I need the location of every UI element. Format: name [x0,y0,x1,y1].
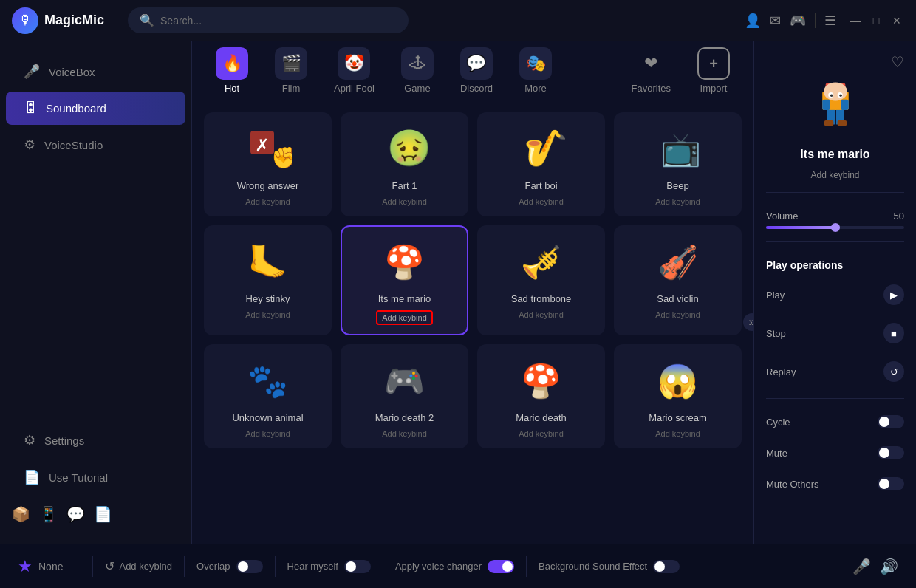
hear-myself-toggle[interactable] [344,560,371,573]
svg-rect-20 [837,120,846,126]
favorite-button[interactable]: ♡ [891,53,904,71]
sidebar-icon-3[interactable]: 💬 [66,505,85,523]
tab-film[interactable]: 🎬 Film [263,41,319,100]
sound-card-its-me-mario[interactable]: 🍄 Its me mario Add keybind [341,225,468,335]
search-box[interactable]: 🔍 [128,7,409,33]
sidebar-item-voicebox[interactable]: 🎤 VoiceBox [6,55,185,89]
fart1-emoji: 🤢 [381,123,428,174]
add-keybind-label: Add keybind [119,561,172,572]
close-button[interactable]: ✕ [889,13,904,28]
titlebar: 🎙 MagicMic 🔍 👤 ✉ 🎮 ☰ — □ ✕ [0,0,916,41]
discord-icon[interactable]: 🎮 [790,13,806,29]
film-icon: 🎬 [275,47,307,80]
hey-stinky-name: Hey stinky [246,293,290,304]
current-sound-none: None [38,561,63,572]
sad-trombone-keybind[interactable]: Add keybind [519,310,564,319]
unknown-animal-keybind[interactable]: Add keybind [245,429,290,438]
tab-more[interactable]: 🎭 More [507,41,564,100]
sound-card-fart-boi[interactable]: 🎷 Fart boi Add keybind [477,112,605,216]
bottom-right-icons: 🎤 🔊 [852,558,898,575]
divider-2 [766,241,904,242]
hey-stinky-keybind[interactable]: Add keybind [245,310,290,319]
tab-import[interactable]: + Import [686,41,742,100]
sound-card-hey-stinky[interactable]: 🦶 Hey stinky Add keybind [204,225,332,335]
sound-card-mario-death2[interactable]: 🎮 Mario death 2 Add keybind [341,344,468,448]
minimize-button[interactable]: — [848,13,863,28]
svg-text:🤢: 🤢 [387,127,428,169]
tab-import-label: Import [700,83,728,94]
sidebar-icon-2[interactable]: 📱 [39,505,58,523]
tab-april-fool[interactable]: 🤡 April Fool [322,41,386,100]
mario-scream-keybind[interactable]: Add keybind [655,429,700,438]
mute-label: Mute [766,448,787,459]
maximize-button[interactable]: □ [869,13,883,28]
microphone-bottom-icon[interactable]: 🎤 [852,558,871,575]
tab-discord[interactable]: 💬 Discord [448,41,505,100]
search-input[interactable] [160,15,397,27]
stop-button[interactable]: ■ [883,323,904,343]
fart1-keybind[interactable]: Add keybind [382,197,427,206]
sound-card-mario-death[interactable]: 🍄 Mario death Add keybind [477,344,605,448]
hear-myself-group: Hear myself [287,560,371,573]
play-operation-stop: Stop ■ [766,318,904,348]
mute-others-toggle[interactable] [878,477,904,490]
sound-card-sad-violin[interactable]: 🎻 Sad violin Add keybind [614,225,742,335]
mario-death-emoji: 🍄 [518,355,565,406]
mario-death-name: Mario death [516,412,567,423]
wrong-answer-name: Wrong answer [237,180,299,191]
profile-icon[interactable]: 👤 [745,13,761,29]
sidebar-item-voicestudio[interactable]: ⚙ VoiceStudio [6,128,185,162]
divider [815,13,816,28]
expand-panel-button[interactable]: » [743,313,753,331]
replay-button[interactable]: ↺ [883,361,904,382]
mute-toggle[interactable] [878,446,904,459]
cycle-toggle[interactable] [878,415,904,428]
sad-violin-keybind[interactable]: Add keybind [655,310,700,319]
sound-card-fart1[interactable]: 🤢 Fart 1 Add keybind [341,112,468,216]
tab-game[interactable]: 🕹 Game [389,41,445,100]
tab-favorites[interactable]: ❤ Favorites [620,41,683,100]
mario-death2-keybind[interactable]: Add keybind [382,429,427,438]
hear-myself-label: Hear myself [287,561,338,572]
speaker-icon[interactable]: 🔊 [880,558,898,575]
wrong-answer-keybind[interactable]: Add keybind [245,197,290,206]
apply-voice-changer-toggle[interactable] [488,560,514,573]
svg-text:🎺: 🎺 [521,243,561,281]
background-sound-effect-toggle[interactable] [653,560,680,573]
fart-boi-keybind[interactable]: Add keybind [519,197,564,206]
sound-card-wrong-answer[interactable]: ✗ ✊ Wrong answer Add keybind [204,112,332,216]
april-fool-icon: 🤡 [338,47,370,80]
sound-card-mario-scream[interactable]: 😱 Mario scream Add keybind [614,344,742,448]
apply-voice-changer-label: Apply voice changer [395,561,482,572]
beep-keybind[interactable]: Add keybind [655,197,700,206]
its-me-mario-keybind[interactable]: Add keybind [376,310,433,325]
mario-death2-name: Mario death 2 [375,412,434,423]
svg-point-25 [830,95,833,98]
sidebar-item-soundboard[interactable]: 🎛 Soundboard [6,92,185,125]
volume-value: 50 [894,211,904,222]
sidebar-voicebox-label: VoiceBox [49,66,95,78]
sidebar-item-tutorial[interactable]: 📄 Use Tutorial [6,460,185,494]
wrong-answer-emoji: ✗ ✊ [245,123,292,174]
svg-text:🐾: 🐾 [247,362,288,400]
right-panel-add-keybind[interactable]: Add keybind [766,170,904,180]
sidebar-icon-4[interactable]: 📄 [94,505,112,523]
add-keybind-action[interactable]: ↺ Add keybind [105,559,172,573]
mario-death-keybind[interactable]: Add keybind [519,429,564,438]
svg-text:🎮: 🎮 [384,362,425,400]
sound-card-beep[interactable]: 📺 Beep Add keybind [614,112,742,216]
sidebar-item-settings[interactable]: ⚙ Settings [6,423,185,457]
star-icon: ★ [18,557,33,576]
tab-hot[interactable]: 🔥 Hot [204,41,260,100]
volume-slider[interactable] [766,226,904,229]
mario-scream-emoji: 😱 [654,355,702,406]
menu-icon[interactable]: ☰ [824,13,836,29]
sidebar-icon-1[interactable]: 📦 [12,505,30,523]
overlap-toggle[interactable] [236,560,263,573]
apply-voice-changer-group: Apply voice changer [395,560,514,573]
play-button[interactable]: ▶ [883,284,904,305]
mail-icon[interactable]: ✉ [770,13,781,29]
play-operation-replay: Replay ↺ [766,357,904,386]
sound-card-unknown-animal[interactable]: 🐾 Unknown animal Add keybind [204,344,332,448]
sound-card-sad-trombone[interactable]: 🎺 Sad trombone Add keybind [477,225,605,335]
